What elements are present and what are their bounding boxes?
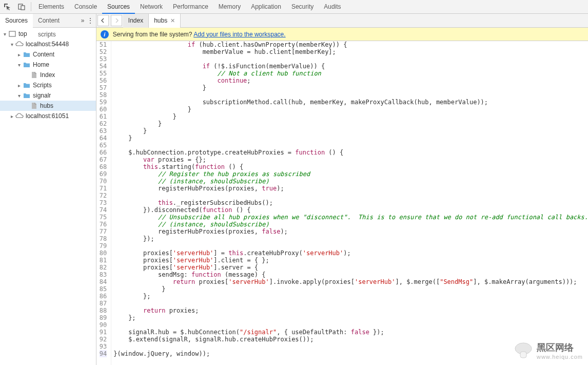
toolbar-tab-sources[interactable]: Sources [102,0,135,14]
code-line[interactable] [113,242,588,249]
line-number[interactable]: 78 [100,235,107,242]
code-line[interactable]: } [113,127,588,135]
line-number[interactable]: 74 [100,206,107,214]
code-line[interactable]: this.starting(function () { [113,163,588,170]
expand-arrow-icon[interactable]: ▾ [2,31,7,37]
navigator-tab-content-scripts[interactable]: Content scripts [33,14,79,28]
expand-arrow-icon[interactable]: ▸ [16,52,22,57]
code-line[interactable] [113,55,588,63]
code-line[interactable]: this._registerSubscribedHubs(); [113,199,588,206]
line-number[interactable]: 93 [100,343,107,350]
expand-arrow-icon[interactable]: ▾ [16,93,22,99]
line-number[interactable]: 94 [100,350,107,357]
editor-tab-index[interactable]: Index [123,14,149,28]
line-number[interactable]: 89 [100,314,107,321]
line-number[interactable]: 67 [100,156,107,163]
line-number[interactable]: 76 [100,221,107,228]
line-number[interactable]: 83 [100,271,107,278]
code-line[interactable]: } [113,120,588,127]
expand-arrow-icon[interactable]: ▸ [9,113,14,119]
navigator-menu-icon[interactable]: ⋮ [84,16,95,25]
code-line[interactable]: // Unsubscribe all hub proxies when we "… [113,214,588,221]
code-editor[interactable]: 5152535455565758596061626364656667686970… [96,41,588,365]
nav-back-icon[interactable] [97,15,109,26]
code-line[interactable] [113,91,588,99]
code-line[interactable] [113,300,588,307]
code-line[interactable]: // (instance, shouldSubscribe) [113,178,588,185]
line-number[interactable]: 72 [100,192,107,199]
code-line[interactable]: return proxies; [113,307,588,314]
line-number[interactable]: 66 [100,149,107,156]
line-number[interactable]: 58 [100,91,107,99]
line-number[interactable]: 84 [100,278,107,285]
code-line[interactable]: }; [113,293,588,300]
toolbar-tab-audits[interactable]: Audits [319,0,346,14]
line-number[interactable]: 68 [100,163,107,170]
code-line[interactable] [113,321,588,329]
code-line[interactable]: memberValue = hub.client[memberKey]; [113,48,588,55]
tree-item-localhost-54448[interactable]: ▾localhost:54448 [0,39,96,49]
line-number[interactable]: 51 [100,41,107,48]
line-number[interactable]: 54 [100,63,107,70]
tree-item-signalr[interactable]: ▾signalr [0,90,96,101]
line-number[interactable]: 90 [100,321,107,329]
code-line[interactable]: continue; [113,77,588,84]
line-number[interactable]: 86 [100,293,107,300]
code-line[interactable] [113,192,588,199]
code-content[interactable]: if (hub.client.hasOwnProperty(memberKey)… [111,41,588,365]
code-line[interactable]: registerHubProxies(proxies, true); [113,185,588,192]
line-number[interactable]: 61 [100,113,107,120]
code-line[interactable]: return proxies['serverHub'].invoke.apply… [113,278,588,285]
tree-item-hubs[interactable]: hubs [0,101,96,111]
line-number[interactable]: 80 [100,249,107,257]
line-number[interactable]: 62 [100,120,107,127]
line-number[interactable]: 53 [100,55,107,63]
code-line[interactable]: if (!$.isFunction(memberValue)) { [113,63,588,70]
code-line[interactable]: } [113,113,588,120]
code-line[interactable]: proxies['serverHub'].client = { }; [113,257,588,264]
line-number[interactable]: 52 [100,48,107,55]
line-number[interactable]: 77 [100,228,107,235]
toolbar-tab-network[interactable]: Network [135,0,168,14]
line-number[interactable]: 73 [100,199,107,206]
toolbar-tab-console[interactable]: Console [69,0,102,14]
code-line[interactable]: subscriptionMethod.call(hub, memberKey, … [113,99,588,106]
tree-item-content[interactable]: ▸Content [0,49,96,60]
code-line[interactable]: } [113,106,588,113]
code-line[interactable]: } [113,84,588,91]
line-number[interactable]: 55 [100,70,107,77]
code-line[interactable]: }); [113,235,588,242]
line-number[interactable]: 88 [100,307,107,314]
tree-item-localhost-61051[interactable]: ▸localhost:61051 [0,111,96,121]
code-line[interactable]: proxies['serverHub'] = this.createHubPro… [113,249,588,257]
code-line[interactable]: if (hub.client.hasOwnProperty(memberKey)… [113,41,588,48]
tree-item-scripts[interactable]: ▸Scripts [0,80,96,90]
code-line[interactable]: }; [113,314,588,321]
expand-arrow-icon[interactable]: ▸ [16,83,22,88]
line-number[interactable]: 85 [100,285,107,293]
line-number[interactable]: 63 [100,127,107,135]
device-toggle-icon[interactable] [15,1,28,13]
line-number[interactable]: 70 [100,178,107,185]
code-line[interactable]: // Register the hub proxies as subscribe… [113,170,588,178]
code-line[interactable]: } [113,285,588,293]
line-number[interactable]: 56 [100,77,107,84]
line-number[interactable]: 65 [100,142,107,149]
line-number[interactable]: 87 [100,300,107,307]
code-line[interactable]: registerHubProxies(proxies, false); [113,228,588,235]
code-line[interactable]: proxies['serverHub'].server = { [113,264,588,271]
line-number[interactable]: 92 [100,336,107,343]
line-number[interactable]: 91 [100,329,107,336]
tree-item-index[interactable]: Index [0,70,96,80]
toolbar-tab-security[interactable]: Security [286,0,319,14]
line-number[interactable]: 71 [100,185,107,192]
code-line[interactable]: }).disconnected(function () { [113,206,588,214]
line-number[interactable]: 59 [100,99,107,106]
line-number[interactable]: 57 [100,84,107,91]
code-line[interactable]: // Not a client hub function [113,70,588,77]
line-number[interactable]: 69 [100,170,107,178]
code-line[interactable]: var proxies = {}; [113,156,588,163]
line-number[interactable]: 60 [100,106,107,113]
tree-item-home[interactable]: ▾Home [0,60,96,70]
line-number[interactable]: 75 [100,214,107,221]
